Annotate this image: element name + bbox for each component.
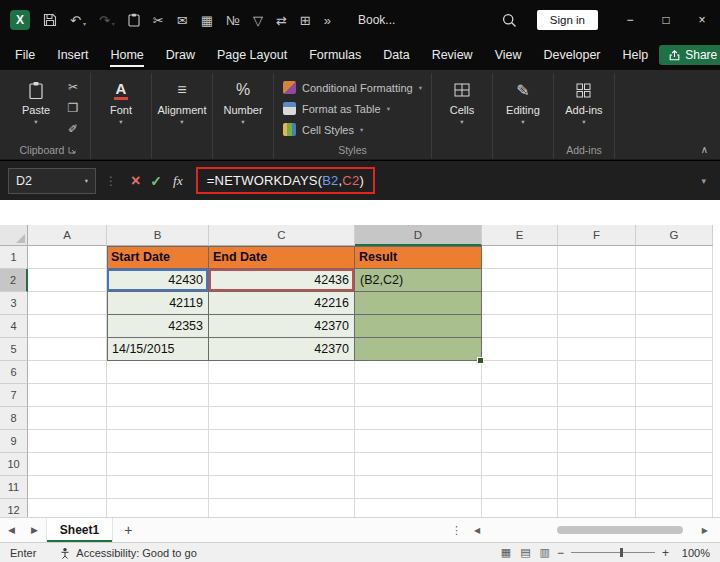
cell-F5[interactable]	[558, 338, 636, 361]
cell-B8[interactable]	[107, 407, 209, 430]
cell-D7[interactable]	[355, 384, 482, 407]
cell-A4[interactable]	[28, 315, 107, 338]
row-header-2[interactable]: 2	[0, 269, 28, 292]
cell-C10[interactable]	[209, 453, 355, 476]
cell-E9[interactable]	[482, 430, 558, 453]
filter-icon[interactable]: ▽	[253, 14, 263, 27]
cell-E7[interactable]	[482, 384, 558, 407]
cell-F4[interactable]	[558, 315, 636, 338]
menu-tab-review[interactable]: Review	[421, 40, 484, 70]
cell-B11[interactable]	[107, 476, 209, 499]
cell-E11[interactable]	[482, 476, 558, 499]
cell-A7[interactable]	[28, 384, 107, 407]
cell-F11[interactable]	[558, 476, 636, 499]
cell-G12[interactable]	[636, 499, 713, 517]
cell-E8[interactable]	[482, 407, 558, 430]
cell-G11[interactable]	[636, 476, 713, 499]
cell-B9[interactable]	[107, 430, 209, 453]
row-header-6[interactable]: 6	[0, 361, 28, 384]
menu-tab-formulas[interactable]: Formulas	[298, 40, 372, 70]
column-header-b[interactable]: B	[107, 225, 209, 246]
cell-D11[interactable]	[355, 476, 482, 499]
cell-A2[interactable]	[28, 269, 107, 292]
cell-C8[interactable]	[209, 407, 355, 430]
number-button[interactable]: % Number ▾	[218, 73, 268, 126]
select-all-corner[interactable]	[0, 225, 28, 246]
number-format-icon[interactable]: №	[226, 14, 240, 27]
menu-tab-page-layout[interactable]: Page Layout	[206, 40, 298, 70]
cell-A5[interactable]	[28, 338, 107, 361]
redo-dropdown-icon[interactable]: ▾	[112, 21, 115, 27]
cell-F7[interactable]	[558, 384, 636, 407]
copy-button-icon[interactable]: ❐	[68, 102, 79, 114]
cell-E3[interactable]	[482, 292, 558, 315]
cell-C6[interactable]	[209, 361, 355, 384]
column-header-g[interactable]: G	[636, 225, 713, 246]
cell-F6[interactable]	[558, 361, 636, 384]
font-button[interactable]: A Font ▾	[96, 73, 146, 126]
cell-G1[interactable]	[636, 246, 713, 269]
cell-A11[interactable]	[28, 476, 107, 499]
cell-F10[interactable]	[558, 453, 636, 476]
cut-button-icon[interactable]: ✂	[68, 81, 78, 93]
collapse-ribbon-icon[interactable]: ∧	[701, 144, 708, 155]
add-sheet-button[interactable]: +	[113, 522, 143, 538]
minimize-button[interactable]: −	[612, 0, 648, 40]
zoom-in-button[interactable]: +	[662, 546, 669, 560]
cell-E1[interactable]	[482, 246, 558, 269]
format-as-table-button[interactable]: Format as Table ▾	[283, 102, 422, 115]
cell-C5[interactable]: 42370	[209, 338, 355, 361]
cell-D1[interactable]: Result	[355, 246, 482, 269]
cell-G2[interactable]	[636, 269, 713, 292]
cell-B6[interactable]	[107, 361, 209, 384]
cell-A10[interactable]	[28, 453, 107, 476]
sheetbar-menu-icon[interactable]: ⋮	[445, 524, 468, 537]
search-icon[interactable]	[502, 13, 517, 28]
share-button[interactable]: Share ▾	[659, 45, 720, 65]
row-header-1[interactable]: 1	[0, 246, 28, 269]
cell-D10[interactable]	[355, 453, 482, 476]
horizontal-scroll-thumb[interactable]	[557, 526, 683, 534]
sheet-nav-back-icon[interactable]: ◀	[0, 525, 23, 535]
cells-button[interactable]: Cells ▾	[437, 73, 487, 126]
cell-C3[interactable]: 42216	[209, 292, 355, 315]
alignment-button[interactable]: ≡ Alignment ▾	[157, 73, 207, 126]
toolbar-overflow-icon[interactable]: »	[324, 14, 331, 27]
cell-A3[interactable]	[28, 292, 107, 315]
cell-B7[interactable]	[107, 384, 209, 407]
cell-E4[interactable]	[482, 315, 558, 338]
maximize-button[interactable]: □	[648, 0, 684, 40]
sheet-tab-sheet1[interactable]: Sheet1	[46, 518, 113, 542]
menu-tab-help[interactable]: Help	[612, 40, 660, 70]
zoom-slider-thumb[interactable]	[620, 548, 623, 557]
cell-D2[interactable]: (B2,C2)	[355, 269, 482, 292]
borders-icon[interactable]: ⊞	[300, 14, 311, 27]
cell-G8[interactable]	[636, 407, 713, 430]
normal-view-icon[interactable]: ▦	[501, 546, 511, 559]
editing-button[interactable]: ✎ Editing ▾	[498, 73, 548, 126]
column-header-d[interactable]: D	[355, 225, 482, 246]
fill-handle[interactable]	[477, 357, 484, 364]
cell-A6[interactable]	[28, 361, 107, 384]
cell-D12[interactable]	[355, 499, 482, 517]
formula-bar-handle-icon[interactable]: ⋮	[105, 174, 117, 188]
menu-tab-home[interactable]: Home	[99, 40, 154, 70]
menu-tab-file[interactable]: File	[4, 40, 46, 70]
cell-C2[interactable]: 42436	[209, 269, 355, 292]
cell-B10[interactable]	[107, 453, 209, 476]
redo-button[interactable]: ↷▾	[99, 14, 115, 27]
save-icon[interactable]	[43, 13, 57, 27]
insert-function-icon[interactable]: fx	[173, 173, 183, 189]
cell-E12[interactable]	[482, 499, 558, 517]
cell-B5[interactable]: 14/15/2015	[107, 338, 209, 361]
undo-button[interactable]: ↶▾	[70, 14, 86, 27]
cell-A8[interactable]	[28, 407, 107, 430]
cell-G6[interactable]	[636, 361, 713, 384]
row-header-12[interactable]: 12	[0, 499, 28, 517]
column-header-e[interactable]: E	[482, 225, 558, 246]
cancel-entry-icon[interactable]: ×	[131, 172, 140, 190]
cell-G5[interactable]	[636, 338, 713, 361]
cell-E5[interactable]	[482, 338, 558, 361]
row-header-8[interactable]: 8	[0, 407, 28, 430]
swap-icon[interactable]: ⇄	[276, 14, 287, 27]
